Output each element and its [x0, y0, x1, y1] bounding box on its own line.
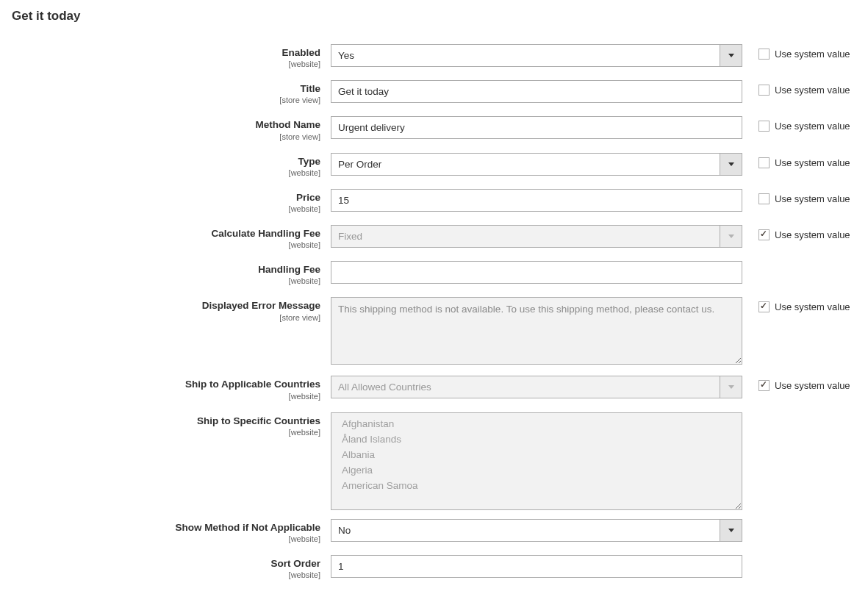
price-use-system-checkbox[interactable]	[758, 193, 770, 204]
row-type: Type [website] Per Order Use system valu…	[7, 153, 860, 177]
enabled-use-system-checkbox[interactable]	[758, 49, 770, 60]
row-sort-order: Sort Order [website]	[7, 555, 860, 579]
method-use-system-checkbox[interactable]	[758, 121, 770, 132]
handling-fee-input[interactable]	[331, 261, 742, 284]
label-text: Ship to Specific Countries	[7, 415, 320, 427]
scope-text: [website]	[7, 276, 320, 285]
country-option: American Samoa	[331, 478, 742, 493]
chevron-down-icon	[720, 376, 742, 398]
select-value: All Allowed Countries	[331, 376, 720, 398]
sort-order-input[interactable]	[331, 555, 742, 578]
country-option: Afghanistan	[331, 416, 742, 432]
country-option: Albania	[331, 447, 742, 462]
scope-text: [website]	[7, 534, 320, 543]
type-select[interactable]: Per Order	[331, 153, 742, 176]
select-value: Per Order	[331, 154, 720, 175]
label-text: Calculate Handling Fee	[7, 228, 320, 240]
label-text: Method Name	[7, 119, 320, 131]
type-use-system-checkbox[interactable]	[758, 157, 770, 168]
scope-text: [website]	[7, 570, 320, 579]
ship-app-use-system-checkbox[interactable]	[758, 380, 770, 391]
calc-fee-use-system-checkbox[interactable]	[758, 229, 770, 240]
scope-text: [store view]	[7, 313, 320, 322]
label-text: Type	[7, 156, 320, 168]
label-error-message: Displayed Error Message [store view]	[7, 297, 331, 321]
chevron-down-icon[interactable]	[720, 45, 742, 66]
title-use-system-checkbox[interactable]	[758, 85, 770, 96]
label-enabled: Enabled [website]	[7, 44, 331, 68]
label-sort-order: Sort Order [website]	[7, 555, 331, 579]
show-method-select[interactable]: No	[331, 519, 742, 542]
enabled-select[interactable]: Yes	[331, 44, 742, 67]
label-text: Handling Fee	[7, 264, 320, 276]
config-form: Enabled [website] Yes Use system value T…	[7, 44, 860, 579]
select-value: Yes	[331, 45, 720, 66]
label-text: Enabled	[7, 47, 320, 59]
row-calc-handling-fee: Calculate Handling Fee [website] Fixed U…	[7, 225, 860, 249]
label-calc-handling-fee: Calculate Handling Fee [website]	[7, 225, 331, 249]
label-show-method: Show Method if Not Applicable [website]	[7, 519, 331, 543]
row-handling-fee: Handling Fee [website]	[7, 261, 860, 285]
row-ship-applicable: Ship to Applicable Countries [website] A…	[7, 376, 860, 400]
row-enabled: Enabled [website] Yes Use system value	[7, 44, 860, 68]
scope-text: [website]	[7, 392, 320, 401]
label-handling-fee: Handling Fee [website]	[7, 261, 331, 285]
select-value: No	[331, 520, 720, 541]
scope-text: [website]	[7, 204, 320, 213]
country-option: Algeria	[331, 462, 742, 478]
row-show-method: Show Method if Not Applicable [website] …	[7, 519, 860, 543]
chevron-down-icon	[720, 226, 742, 247]
use-system-label[interactable]: Use system value	[775, 157, 850, 168]
scope-text: [website]	[7, 60, 320, 68]
use-system-label[interactable]: Use system value	[775, 121, 850, 132]
label-text: Displayed Error Message	[7, 300, 320, 312]
err-msg-use-system-checkbox[interactable]	[758, 301, 770, 312]
label-text: Show Method if Not Applicable	[7, 522, 320, 534]
label-text: Sort Order	[7, 558, 320, 570]
title-input[interactable]	[331, 80, 742, 103]
label-text: Ship to Applicable Countries	[7, 379, 320, 390]
use-system-label[interactable]: Use system value	[775, 49, 850, 60]
row-error-message: Displayed Error Message [store view] Thi…	[7, 297, 860, 367]
row-title: Title [store view] Use system value	[7, 80, 860, 104]
error-message-textarea: This shipping method is not available. T…	[331, 297, 742, 365]
select-value: Fixed	[331, 226, 720, 247]
label-text: Title	[7, 83, 320, 95]
label-method-name: Method Name [store view]	[7, 116, 331, 140]
scope-text: [website]	[7, 168, 320, 177]
label-ship-specific: Ship to Specific Countries [website]	[7, 412, 331, 437]
row-price: Price [website] Use system value	[7, 189, 860, 213]
use-system-label[interactable]: Use system value	[775, 229, 850, 240]
chevron-down-icon[interactable]	[720, 154, 742, 175]
method-name-input[interactable]	[331, 116, 742, 139]
label-price: Price [website]	[7, 189, 331, 213]
label-type: Type [website]	[7, 153, 331, 177]
row-method-name: Method Name [store view] Use system valu…	[7, 116, 860, 140]
use-system-label[interactable]: Use system value	[775, 301, 850, 312]
use-system-label[interactable]: Use system value	[775, 380, 850, 391]
label-ship-applicable: Ship to Applicable Countries [website]	[7, 376, 331, 400]
use-system-label[interactable]: Use system value	[775, 85, 850, 96]
section-title: Get it today	[7, 9, 861, 24]
row-ship-specific: Ship to Specific Countries [website] Afg…	[7, 412, 860, 510]
country-option: Åland Islands	[331, 432, 742, 447]
scope-text: [store view]	[7, 96, 320, 104]
chevron-down-icon[interactable]	[720, 520, 742, 541]
label-text: Price	[7, 192, 320, 204]
ship-specific-multiselect: Afghanistan Åland Islands Albania Algeri…	[331, 412, 742, 510]
calc-handling-fee-select: Fixed	[331, 225, 742, 248]
label-title: Title [store view]	[7, 80, 331, 104]
price-input[interactable]	[331, 189, 742, 212]
scope-text: [website]	[7, 428, 320, 437]
use-system-label[interactable]: Use system value	[775, 193, 850, 204]
scope-text: [store view]	[7, 132, 320, 141]
scope-text: [website]	[7, 240, 320, 249]
ship-applicable-select: All Allowed Countries	[331, 376, 742, 398]
